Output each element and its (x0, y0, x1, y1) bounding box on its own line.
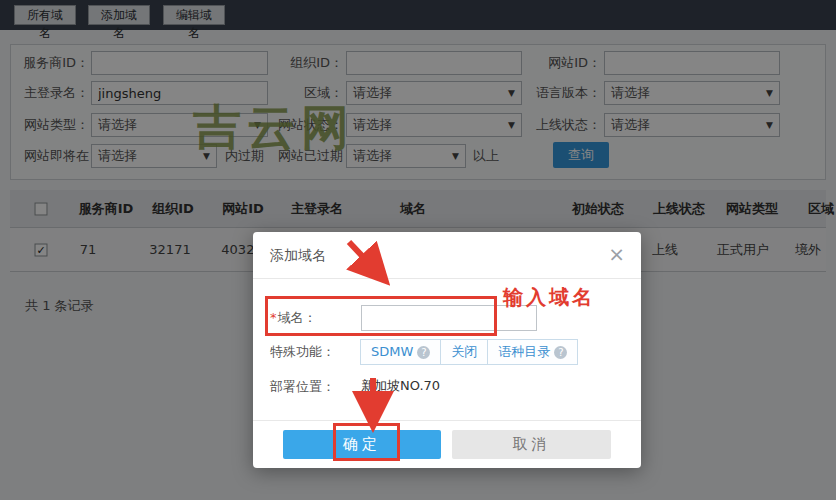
modal-title: 添加域名 (270, 232, 326, 278)
sdmw-label: SDMW (371, 340, 413, 364)
help-icon[interactable]: ? (554, 346, 567, 359)
sdmw-option[interactable]: SDMW ? (361, 340, 440, 364)
close-option-label: 关闭 (451, 340, 477, 364)
deploy-location-label: 部署位置： (270, 374, 335, 400)
add-domain-modal: 添加域名 × *域名： 特殊功能： SDMW ? 关闭 语种目录 ? 部署位置：… (253, 232, 641, 468)
confirm-button[interactable]: 确定 (283, 430, 441, 459)
deploy-location-value: 新加坡NO.70 (361, 374, 440, 398)
special-features-group: SDMW ? 关闭 语种目录 ? (360, 339, 578, 365)
modal-divider-top (253, 278, 641, 279)
modal-divider-bottom (253, 420, 641, 421)
domain-input[interactable] (361, 305, 537, 331)
special-features-label: 特殊功能： (270, 339, 335, 365)
help-icon[interactable]: ? (417, 346, 430, 359)
close-icon[interactable]: × (608, 244, 625, 264)
language-directory-option[interactable]: 语种目录 ? (487, 340, 577, 364)
required-mark: * (270, 310, 277, 325)
cancel-button[interactable]: 取消 (452, 430, 611, 459)
domain-field-label: *域名： (270, 305, 317, 331)
language-directory-label: 语种目录 (498, 340, 550, 364)
close-option[interactable]: 关闭 (440, 340, 487, 364)
domain-label-text: 域名： (278, 310, 317, 325)
